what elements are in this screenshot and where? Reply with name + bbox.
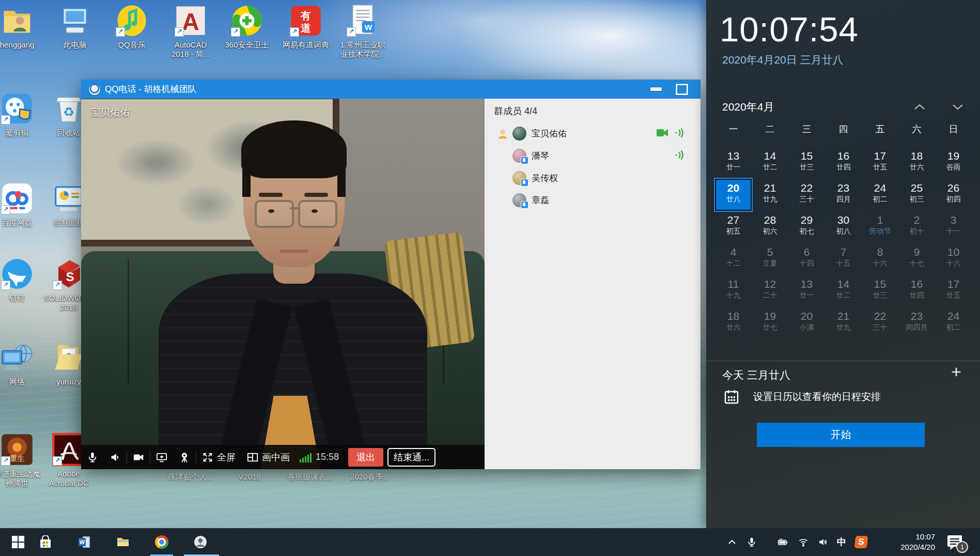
calendar-day[interactable]: 7十五 <box>825 243 862 275</box>
calendar-day[interactable]: 25初三 <box>898 179 935 211</box>
desktop-icon-network[interactable]: 网络 <box>0 341 42 387</box>
calendar-day[interactable]: 11十九 <box>715 275 752 307</box>
calendar-day[interactable]: 18廿六 <box>715 307 752 339</box>
qq-call-taskbar-button[interactable] <box>188 528 213 556</box>
calendar-day[interactable]: 21廿九 <box>752 179 788 211</box>
calendar-flyout: 10:07:54 2020年4月20日 三月廿八 2020年4月 一二三四五六日… <box>706 0 980 528</box>
calendar-day[interactable]: 12二十 <box>752 275 788 307</box>
exit-button[interactable]: 退出 <box>348 448 383 467</box>
calendar-day[interactable]: 22三十 <box>862 307 898 339</box>
desktop-icon-pc[interactable]: 此电脑 <box>50 4 100 50</box>
member-row[interactable]: 潘琴 <box>485 145 701 167</box>
calendar-day[interactable]: 9十七 <box>898 243 935 275</box>
calendar-day[interactable]: 15廿三 <box>862 275 898 307</box>
today-label[interactable]: 今天 三月廿八 <box>722 368 790 382</box>
calendar-day[interactable]: 4十二 <box>715 243 752 275</box>
calendar-day[interactable]: 30初八 <box>825 211 862 243</box>
calendar-day[interactable]: 16廿四 <box>825 147 862 179</box>
calendar-day[interactable]: 20小满 <box>788 307 825 339</box>
minimize-button[interactable] <box>650 87 662 91</box>
ime-indicator[interactable]: 中 <box>833 528 850 556</box>
chrome-button[interactable] <box>149 528 174 556</box>
speaker-button[interactable] <box>104 445 127 469</box>
calendar-day[interactable]: 2初十 <box>898 211 935 243</box>
calendar-day[interactable]: 6十四 <box>788 243 825 275</box>
microphone-button[interactable] <box>81 445 104 469</box>
calendar-day[interactable]: 17廿五 <box>862 147 898 179</box>
camera-button[interactable] <box>127 445 150 469</box>
calendar-day[interactable]: 22三十 <box>788 179 825 211</box>
desktop-icon-label[interactable]: V2018 <box>238 472 260 481</box>
controlpanel-icon <box>52 182 85 215</box>
chevron-down-icon[interactable] <box>951 102 965 112</box>
calendar-day[interactable]: 24初二 <box>935 307 972 339</box>
desktop-icon-youdao[interactable]: 有道↗网易有道词典 <box>281 4 331 50</box>
calendar-day[interactable]: 29初七 <box>788 211 825 243</box>
calendar-day[interactable]: 28初六 <box>752 211 788 243</box>
notification-center-button[interactable]: 1 <box>946 534 964 550</box>
battery-icon[interactable] <box>774 528 791 556</box>
tray-clock[interactable]: 10:07 2020/4/20 <box>881 528 935 556</box>
wifi-icon[interactable] <box>795 528 812 556</box>
video-feed: 宝贝佑佑 <box>81 99 485 469</box>
calendar-day[interactable]: 19廿七 <box>752 307 788 339</box>
presentation-button[interactable] <box>173 445 196 469</box>
calendar-day[interactable]: 13廿一 <box>715 147 752 179</box>
calendar-day[interactable]: 27初五 <box>715 211 752 243</box>
desktop-icon-label[interactable]: 殊津贴个人... <box>168 472 213 482</box>
desktop-icon-s360[interactable]: ↗360安全卫士 <box>222 4 272 50</box>
screen-share-button[interactable] <box>150 445 173 469</box>
desktop-icon-wdoc[interactable]: W↗1.常州工业职 业技术学院... <box>338 4 387 59</box>
desktop-icon-acad[interactable]: A↗AutoCAD 2018 - 简... <box>166 4 215 59</box>
calendar-day-selected[interactable]: 20廿八 <box>715 179 752 211</box>
calendar-day[interactable]: 18廿六 <box>898 147 935 179</box>
calendar-day[interactable]: 1劳动节 <box>862 211 898 243</box>
pip-button[interactable]: 画中画 <box>241 445 295 469</box>
month-label[interactable]: 2020年4月 <box>722 100 774 114</box>
calendar-day[interactable]: 17廿五 <box>935 275 972 307</box>
calendar-setup-row[interactable]: 设置日历以查看你的日程安排 <box>723 389 881 405</box>
desktop-icon-label[interactable]: 各班级课表... <box>287 472 333 482</box>
add-event-button[interactable]: + <box>951 362 961 382</box>
file-explorer-button[interactable] <box>111 528 135 556</box>
calendar-day[interactable]: 3十一 <box>935 211 972 243</box>
calendar-day[interactable]: 14廿二 <box>825 275 862 307</box>
volume-icon[interactable] <box>814 528 832 556</box>
calendar-day[interactable]: 23闰四月 <box>898 307 935 339</box>
desktop-icon-game[interactable]: 重生↗奇迹重生之魔 神降世 <box>0 433 42 488</box>
desktop-icon-qqmusic[interactable]: ↗QQ音乐 <box>107 4 157 50</box>
word-button[interactable]: W <box>72 528 97 556</box>
chevron-up-icon[interactable] <box>913 102 926 112</box>
calendar-day[interactable]: 13廿一 <box>788 275 825 307</box>
calendar-day[interactable]: 24初二 <box>862 179 898 211</box>
tray-microphone-icon[interactable] <box>743 528 760 556</box>
desktop-icon-baidupan[interactable]: ↗百度网盘 <box>0 182 42 227</box>
maximize-button[interactable] <box>676 84 688 95</box>
calendar-day[interactable]: 14廿二 <box>752 147 788 179</box>
desktop-icon-folderPerson[interactable]: henggang <box>0 4 42 50</box>
microsoft-store-button[interactable] <box>33 528 58 556</box>
start-menu-button[interactable] <box>6 528 30 556</box>
calendar-day[interactable]: 16廿四 <box>898 275 935 307</box>
member-row[interactable]: 宝贝佑佑 <box>485 122 701 145</box>
member-row[interactable]: 吴传权 <box>485 167 701 189</box>
member-row[interactable]: 章磊 <box>485 189 701 211</box>
calendar-day[interactable]: 23四月 <box>825 179 862 211</box>
calendar-day[interactable]: 10十八 <box>935 243 972 275</box>
sogou-icon[interactable]: S <box>852 528 870 556</box>
tray-chevron-up-icon[interactable] <box>723 528 741 556</box>
calendar-day[interactable]: 21廿九 <box>825 307 862 339</box>
full-date-label[interactable]: 2020年4月20日 三月廿八 <box>722 53 844 67</box>
calendar-day[interactable]: 15廿三 <box>788 147 825 179</box>
desktop-icon-aijianji[interactable]: ↗爱剪辑 <box>0 92 42 137</box>
calendar-day[interactable]: 19谷雨 <box>935 147 972 179</box>
folderPerson-icon <box>1 4 34 37</box>
desktop-icon-label[interactable]: 2020春季... <box>350 472 390 482</box>
calendar-day[interactable]: 26初四 <box>935 179 972 211</box>
start-button[interactable]: 开始 <box>757 423 925 447</box>
desktop-icon-dingding[interactable]: ↗钉钉 <box>0 257 42 303</box>
calendar-day[interactable]: 5立夏 <box>752 243 788 275</box>
end-call-button[interactable]: 结束通... <box>387 448 435 467</box>
calendar-day[interactable]: 8十六 <box>862 243 898 275</box>
fullscreen-button[interactable]: 全屏 <box>196 445 241 469</box>
